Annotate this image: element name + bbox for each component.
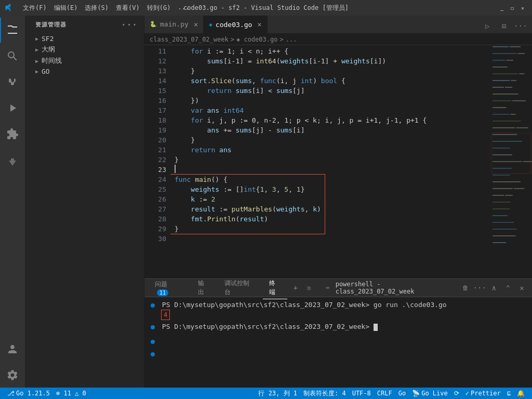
terminal-tab-output[interactable]: 输出	[192, 277, 216, 299]
terminal-dot-icon	[151, 325, 155, 329]
terminal-maximize-button[interactable]: ⌃	[502, 282, 514, 294]
sidebar-more-icon[interactable]: ···	[121, 20, 138, 30]
search-icon	[6, 50, 19, 62]
status-prettier[interactable]: ✓ Prettier	[462, 388, 504, 399]
source-control-icon	[6, 76, 19, 88]
terminal-tab-terminal[interactable]: 终端	[263, 277, 287, 299]
more-actions-button[interactable]: ···	[513, 19, 528, 33]
code-line-26[interactable]: k := 2	[170, 194, 490, 204]
breadcrumb-part-3[interactable]: ...	[286, 36, 297, 43]
code-line-22[interactable]: }	[170, 155, 490, 165]
activity-extensions[interactable]	[0, 122, 25, 147]
run-button[interactable]: ▷	[480, 19, 495, 33]
menu-select[interactable]: 选择(S)	[82, 3, 112, 14]
terminal-tabs-bar: 问题 11 输出 调试控制台 终端 + ⊡	[144, 279, 532, 297]
terminal-line-1: PS D:\mysetup\gopath\src\sf2\class_2023_…	[151, 300, 526, 310]
line-numbers: 1112131415161718192021222324252627282930	[144, 45, 170, 278]
sidebar-title: 资源管理器	[35, 21, 66, 29]
status-encoding[interactable]: UTF-8	[349, 388, 374, 399]
tab-close-button[interactable]: ×	[194, 21, 198, 28]
sidebar-item-go[interactable]: ▶ GO	[25, 66, 144, 76]
menu-view[interactable]: 查看(V)	[113, 3, 143, 14]
code-line-23[interactable]	[170, 165, 490, 175]
tab-close-button[interactable]: ×	[257, 21, 261, 28]
status-notifications[interactable]: 🔔	[514, 388, 528, 399]
activity-source-control[interactable]	[0, 70, 25, 95]
code-line-24[interactable]: func main() {	[170, 175, 490, 184]
status-golive[interactable]: 📡 Go Live	[409, 388, 451, 399]
sync-icon: ⟳	[454, 390, 459, 397]
split-editor-button[interactable]: ⊡	[497, 19, 511, 33]
status-errors[interactable]: ⊗ 11 △ 0	[53, 388, 89, 399]
code-line-28[interactable]: fmt.Println(result)	[170, 214, 490, 224]
terminal-open-new[interactable]: ⌨	[322, 282, 334, 294]
code-line-18[interactable]: for i, j, p := 0, n-2, 1; p < k; i, j, p…	[170, 115, 490, 125]
terminal-tab-debug[interactable]: 调试控制台	[218, 277, 261, 299]
tab-code03go[interactable]: ◈ code03.go ×	[204, 16, 268, 33]
code-line-16[interactable]: })	[170, 96, 490, 105]
terminal-more-button[interactable]: ···	[473, 282, 486, 294]
sidebar-item-sf2[interactable]: ▶ SF2	[25, 34, 144, 44]
close-button[interactable]: ✕	[518, 4, 527, 12]
breadcrumb-sep: >	[231, 36, 234, 43]
code-line-21[interactable]: return ans	[170, 145, 490, 155]
code-content[interactable]: for i := 1; i < n; i++ { sums[i-1] = int…	[170, 45, 490, 278]
activity-account[interactable]	[0, 337, 25, 362]
code-line-13[interactable]: }	[170, 66, 490, 76]
terminal-tab-problems[interactable]: 问题 11	[149, 278, 190, 298]
terminal-add-button[interactable]: +	[289, 282, 302, 294]
status-prettier-label: Prettier	[471, 390, 501, 397]
menu-edit[interactable]: 编辑(E)	[51, 3, 81, 14]
code-line-12[interactable]: sums[i-1] = int64(weights[i-1] + weights…	[170, 56, 490, 66]
code-line-20[interactable]: }	[170, 135, 490, 145]
code-line-29[interactable]: }	[170, 224, 490, 234]
breadcrumb-part-2[interactable]: ◈ code03.go	[236, 36, 277, 43]
python-file-icon: 🐍	[150, 21, 157, 28]
activity-test[interactable]	[0, 150, 25, 175]
terminal-result-box: 4	[161, 310, 170, 320]
status-language[interactable]: Go	[395, 388, 409, 399]
menu-goto[interactable]: 转到(G)	[144, 3, 174, 14]
minimize-button[interactable]: ⎯	[498, 4, 506, 12]
remote-icon: ⊑	[507, 390, 511, 397]
code-line-14[interactable]: sort.Slice(sums, func(i, j int) bool {	[170, 76, 490, 86]
status-branch[interactable]: ⎇ Go 1.21.5	[4, 388, 53, 399]
sidebar-item-timeline[interactable]: ▶ 时间线	[25, 55, 144, 66]
breadcrumb-part-1[interactable]: class_2023_07_02_week	[150, 36, 229, 43]
sidebar-tree: ▶ SF2 ▶ 大纲 ▶ 时间线 ▶ GO	[25, 32, 144, 388]
activity-search[interactable]	[0, 44, 25, 69]
sidebar-item-label: 大纲	[42, 45, 55, 54]
menu-file[interactable]: 文件(F)	[20, 3, 50, 14]
status-indent[interactable]: 制表符长度: 4	[300, 388, 349, 399]
terminal-content[interactable]: PS D:\mysetup\gopath\src\sf2\class_2023_…	[144, 297, 532, 388]
code-line-19[interactable]: ans += sums[j] - sums[i]	[170, 125, 490, 135]
terminal-trash-button[interactable]: 🗑	[459, 282, 471, 294]
code-line-25[interactable]: weights := []int{1, 3, 5, 1}	[170, 184, 490, 194]
minimap	[490, 45, 532, 278]
status-remote[interactable]: ⊑	[504, 388, 514, 399]
settings-icon	[6, 369, 19, 381]
status-position[interactable]: 行 23, 列 1	[255, 388, 300, 399]
terminal-command: PS D:\mysetup\gopath\src\sf2\class_2023_…	[162, 301, 447, 309]
tab-mainpy[interactable]: 🐍 main.py ×	[144, 16, 204, 33]
terminal-close-panel-button[interactable]: ✕	[516, 282, 528, 294]
code-line-17[interactable]: var ans int64	[170, 105, 490, 115]
status-sync[interactable]: ⟳	[451, 388, 462, 399]
terminal-split-button[interactable]: ⊡	[303, 282, 315, 294]
restore-button[interactable]: ◻	[508, 4, 516, 12]
terminal-dot-icon	[151, 303, 155, 308]
activity-settings[interactable]	[0, 363, 25, 388]
code-line-15[interactable]: return sums[i] < sums[j]	[170, 86, 490, 96]
code-line-27[interactable]: result := putMarbles(weights, k)	[170, 204, 490, 214]
terminal-close-button[interactable]: ∧	[488, 282, 500, 294]
collapse-arrow-icon: ▶	[35, 36, 38, 42]
code-line-30[interactable]	[170, 234, 490, 244]
check-icon: ✓	[466, 390, 469, 397]
title-bar-left: 文件(F) 编辑(E) 选择(S) 查看(V) 转到(G) ...	[5, 3, 192, 14]
code-line-11[interactable]: for i := 1; i < n; i++ {	[170, 46, 490, 56]
status-eol[interactable]: CRLF	[374, 388, 395, 399]
activity-run[interactable]	[0, 96, 25, 121]
activity-explorer[interactable]	[0, 18, 25, 43]
sidebar-item-outline[interactable]: ▶ 大纲	[25, 44, 144, 55]
code-editor[interactable]: 1112131415161718192021222324252627282930…	[144, 45, 532, 278]
